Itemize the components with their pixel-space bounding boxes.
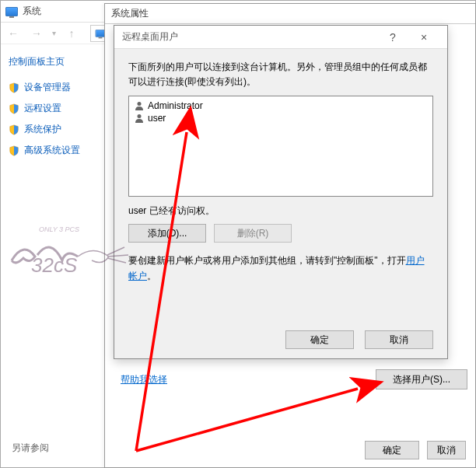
user-list-item[interactable]: Administrator: [134, 100, 428, 112]
user-name: user: [148, 113, 166, 124]
see-also-label: 另请参阅: [12, 442, 49, 455]
nav-up-icon[interactable]: ↑: [64, 26, 79, 41]
add-user-button[interactable]: 添加(D)...: [128, 224, 206, 243]
access-note: user 已经有访问权。: [128, 204, 433, 218]
sidebar-item-advanced-settings[interactable]: 高级系统设置: [9, 144, 102, 157]
user-list[interactable]: Administrator user: [128, 96, 433, 197]
rdu-ok-button[interactable]: 确定: [285, 330, 354, 349]
system-properties-title: 系统属性: [111, 7, 149, 20]
user-icon: [134, 100, 145, 111]
close-icon[interactable]: ×: [408, 31, 439, 44]
svg-point-0: [138, 102, 142, 106]
nav-history-icon[interactable]: ▾: [52, 29, 56, 37]
help-icon[interactable]: ?: [377, 31, 408, 44]
nav-back-icon[interactable]: ←: [5, 26, 21, 41]
system-monitor-icon: [5, 7, 18, 16]
nav-forward-icon: →: [29, 26, 44, 41]
shield-icon: [9, 145, 19, 156]
rdu-cancel-button[interactable]: 取消: [365, 330, 433, 349]
select-user-button[interactable]: 选择用户(S)...: [376, 369, 467, 389]
shield-icon: [9, 124, 19, 135]
sidebar-item-remote-settings[interactable]: 远程设置: [9, 102, 102, 115]
sidebar-item-system-protection[interactable]: 系统保护: [9, 123, 102, 136]
system-properties-titlebar: 系统属性: [105, 4, 475, 24]
sidebar-home-link[interactable]: 控制面板主页: [9, 55, 102, 68]
rdu-title: 远程桌面用户: [122, 30, 377, 44]
user-list-item[interactable]: user: [134, 112, 428, 124]
sidebar-item-label: 远程设置: [24, 102, 61, 115]
create-account-text: 要创建新用户帐户或将用户添加到其他组，请转到"控制面板"，打开用户帐户。: [128, 253, 433, 283]
system-sidebar: 控制面板主页 设备管理器 远程设置 系统保护 高级系统设置: [1, 44, 110, 467]
system-title: 系统: [23, 5, 41, 18]
remove-user-button: 删除(R): [214, 224, 292, 243]
sidebar-item-label: 系统保护: [24, 123, 61, 136]
props-ok-button[interactable]: 确定: [365, 441, 419, 459]
sidebar-item-label: 设备管理器: [24, 81, 71, 94]
remote-desktop-users-dialog: 远程桌面用户 ? × 下面所列的用户可以连接到这台计算机。另外，管理员组中的任何…: [114, 25, 448, 359]
help-choose-link[interactable]: 帮助我选择: [121, 373, 167, 386]
create-suffix: 。: [147, 271, 156, 281]
user-name: Administrator: [148, 100, 203, 111]
shield-icon: [9, 103, 19, 114]
sidebar-item-label: 高级系统设置: [24, 144, 80, 157]
user-icon: [134, 113, 145, 124]
shield-icon: [9, 82, 19, 93]
rdu-description: 下面所列的用户可以连接到这台计算机。另外，管理员组中的任何成员都可以进行连接(即…: [128, 60, 433, 89]
rdu-titlebar: 远程桌面用户 ? ×: [114, 26, 447, 49]
sidebar-item-device-manager[interactable]: 设备管理器: [9, 81, 102, 94]
props-cancel-button[interactable]: 取消: [427, 441, 466, 459]
create-prefix: 要创建新用户帐户或将用户添加到其他组，请转到"控制面板"，打开: [128, 255, 406, 266]
svg-point-1: [138, 114, 142, 118]
